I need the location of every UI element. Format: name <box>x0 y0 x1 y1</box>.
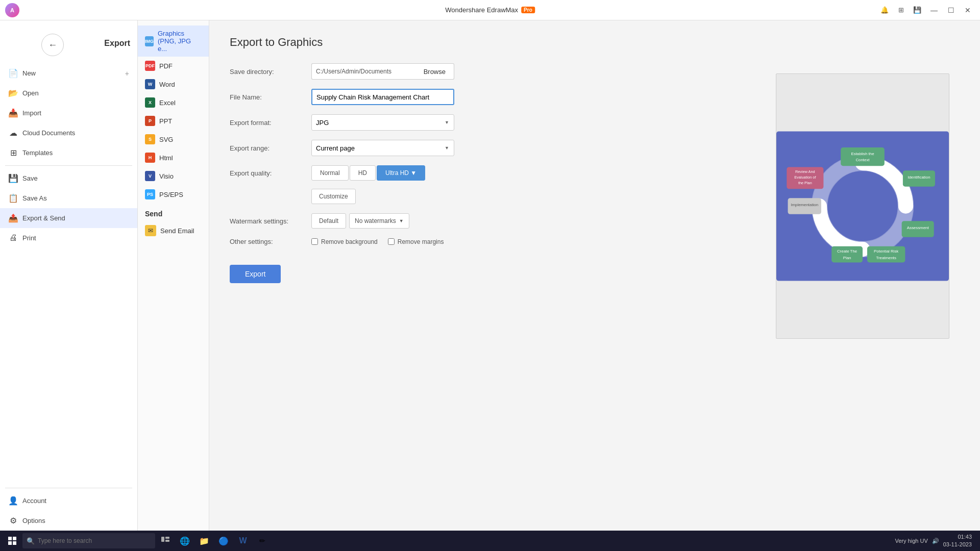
sidebar-item-export-label: Export & Send <box>22 214 65 222</box>
maximize-button[interactable]: ☐ <box>944 3 958 17</box>
svg-text:Context: Context <box>855 158 870 162</box>
new-icon: 📄 <box>8 68 18 78</box>
svg-icon: S <box>145 134 155 144</box>
export-format-select[interactable]: JPG PNG BMP TIFF GIF <box>311 114 454 131</box>
edrawmax-taskbar[interactable]: ✏ <box>253 532 272 550</box>
send-section-title: Send <box>138 204 209 221</box>
remove-background-checkbox[interactable] <box>311 238 318 245</box>
sidebar-header: ← Export <box>0 20 137 63</box>
word-taskbar[interactable]: W <box>234 532 252 550</box>
watermark-no-watermarks-label: No watermarks <box>355 217 396 224</box>
sidebar-item-print[interactable]: 🖨 Print <box>0 228 137 247</box>
file-type-svg[interactable]: S SVG <box>138 130 209 148</box>
remove-margins-checkbox[interactable] <box>388 238 395 245</box>
file-name-input[interactable] <box>311 89 454 105</box>
save-nav-icon: 💾 <box>8 173 18 183</box>
file-type-word[interactable]: W Word <box>138 75 209 93</box>
sidebar-item-account-label: Account <box>22 497 46 505</box>
sidebar-item-new-label: New <box>22 69 36 77</box>
cloud-icon: ☁ <box>8 128 18 138</box>
svg-rect-27 <box>165 537 169 539</box>
sidebar-item-save[interactable]: 💾 Save <box>0 168 137 188</box>
minimize-button[interactable]: — <box>927 3 941 17</box>
graphics-icon: IMG <box>145 36 154 46</box>
taskbar-right: Very high UV 🔊 01:43 03-11-2023 <box>895 533 977 549</box>
quality-normal-btn[interactable]: Normal <box>311 165 349 181</box>
file-type-excel[interactable]: X Excel <box>138 93 209 112</box>
saveas-icon: 📋 <box>8 193 18 203</box>
file-explorer[interactable]: 📁 <box>195 532 213 550</box>
chart-preview-svg: Establish the Context Identification Ass… <box>776 74 949 338</box>
title-bar: A Wondershare EdrawMax Pro 🔔 ⊞ 💾 — ☐ ✕ <box>0 0 980 20</box>
notifications-icon[interactable]: 🔔 <box>877 3 892 17</box>
svg-text:Assessment: Assessment <box>907 226 929 230</box>
taskbar-search[interactable]: 🔍 <box>22 533 155 548</box>
grid-icon[interactable]: ⊞ <box>894 3 908 17</box>
export-range-label: Export range: <box>230 144 311 152</box>
print-icon: 🖨 <box>8 233 18 242</box>
export-quality-row: Export quality: Normal HD Ultra HD ▼ Cus… <box>230 165 776 204</box>
remove-background-label: Remove background <box>321 238 378 245</box>
sidebar-item-saveas[interactable]: 📋 Save As <box>0 188 137 208</box>
sidebar-item-account[interactable]: 👤 Account <box>0 491 137 511</box>
export-format-row: Export format: JPG PNG BMP TIFF GIF <box>230 114 776 131</box>
system-icons: 🔊 <box>932 538 939 544</box>
file-type-pdf[interactable]: PDF PDF <box>138 57 209 75</box>
sidebar-item-open[interactable]: 📂 Open <box>0 83 137 103</box>
search-icon: 🔍 <box>27 537 35 545</box>
customize-button[interactable]: Customize <box>311 189 356 204</box>
sidebar-item-print-label: Print <box>22 234 36 242</box>
sidebar-item-new[interactable]: 📄 New + <box>0 63 137 83</box>
sidebar-item-templates-label: Templates <box>22 149 53 157</box>
file-type-html-label: Html <box>159 154 173 162</box>
export-quality-label: Export quality: <box>230 169 311 177</box>
templates-icon: ⊞ <box>8 148 18 158</box>
sidebar-item-cloud[interactable]: ☁ Cloud Documents <box>0 123 137 143</box>
browse-button[interactable]: Browse <box>415 63 454 80</box>
email-icon: ✉ <box>145 225 156 236</box>
taskview-button[interactable] <box>156 532 175 550</box>
title-bar-center: Wondershare EdrawMax Pro <box>445 6 535 14</box>
options-icon: ⚙ <box>8 516 18 525</box>
export-range-select[interactable]: Current page All pages Selected objects <box>311 140 454 156</box>
word-icon: W <box>145 79 155 89</box>
file-type-visio[interactable]: V Visio <box>138 167 209 185</box>
file-type-ppt[interactable]: P PPT <box>138 112 209 130</box>
save-icon[interactable]: 💾 <box>910 3 924 17</box>
search-input[interactable] <box>38 537 151 544</box>
start-button[interactable] <box>3 532 21 550</box>
file-type-pseps-label: PS/EPS <box>159 191 183 198</box>
watermark-dropdown-arrow: ▼ <box>399 218 404 223</box>
file-type-pseps[interactable]: PS PS/EPS <box>138 185 209 204</box>
save-directory-input[interactable] <box>311 63 415 80</box>
svg-text:Review And: Review And <box>795 169 815 174</box>
sidebar-item-templates[interactable]: ⊞ Templates <box>0 143 137 163</box>
sidebar-item-import[interactable]: 📥 Import <box>0 103 137 123</box>
edge-browser[interactable]: 🌐 <box>176 532 194 550</box>
chrome-browser[interactable]: 🔵 <box>214 532 233 550</box>
user-avatar[interactable]: A <box>5 3 19 17</box>
export-format-select-wrap: JPG PNG BMP TIFF GIF <box>311 114 454 131</box>
pseps-icon: PS <box>145 189 155 199</box>
file-type-html[interactable]: H Html <box>138 148 209 167</box>
export-range-row: Export range: Current page All pages Sel… <box>230 140 776 156</box>
sidebar-item-saveas-label: Save As <box>22 194 47 202</box>
sidebar-item-export[interactable]: 📤 Export & Send <box>0 208 137 228</box>
time-display: 01:43 03-11-2023 <box>943 533 972 549</box>
send-email-item[interactable]: ✉ Send Email <box>138 221 209 240</box>
file-type-graphics[interactable]: IMG Graphics (PNG, JPG e... <box>138 26 209 57</box>
watermark-default-btn[interactable]: Default <box>311 213 346 229</box>
file-type-ppt-label: PPT <box>159 117 172 125</box>
sidebar-item-options[interactable]: ⚙ Options <box>0 511 137 531</box>
back-button[interactable]: ← <box>41 34 64 56</box>
quality-ultrahd-btn[interactable]: Ultra HD ▼ <box>377 165 425 181</box>
export-button[interactable]: Export <box>230 265 281 283</box>
file-type-excel-label: Excel <box>159 99 176 107</box>
quality-hd-btn[interactable]: HD <box>350 165 376 181</box>
watermark-dropdown[interactable]: No watermarks ▼ <box>349 213 409 229</box>
sidebar-bottom: 👤 Account ⚙ Options <box>0 485 137 531</box>
export-format-label: Export format: <box>230 119 311 127</box>
close-button[interactable]: ✕ <box>961 3 975 17</box>
new-plus-icon: + <box>125 69 129 78</box>
watermark-label: Watermark settings: <box>230 217 311 225</box>
